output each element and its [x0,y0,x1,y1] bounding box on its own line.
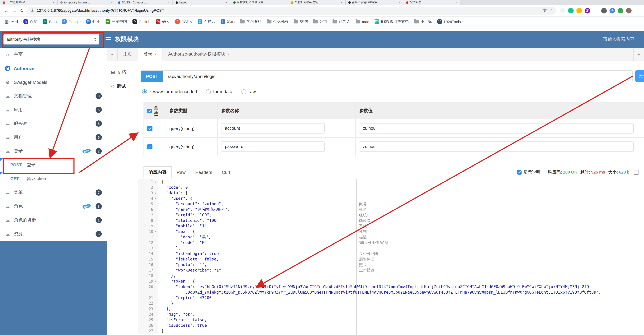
bookmark-csdn[interactable]: CCSDN [175,19,192,24]
bookmark-company[interactable]: 公司 [314,19,327,24]
sidebar-item-service[interactable]: 服务表6 [0,116,106,130]
browser-tab[interactable]: 图解如何参与这场...× [288,0,346,5]
sidebar-item-doc-manage[interactable]: 文档管理3 [0,89,106,103]
address-bar[interactable]: ⓘ 127.0.0.1:8760/api/gate/doc.html#/auth… [27,6,556,15]
bookmark-apps[interactable]: ▦应用 [5,19,18,24]
page-info-icon[interactable]: ⓘ [31,8,34,13]
bookmark-imported[interactable]: 已导入 [333,19,350,24]
content-type-x-www-form-urlencoded[interactable]: x-www-form-urlencoded [142,89,197,94]
sidebar-item-role[interactable]: 角色NEW8 [0,200,106,213]
tab-close-icon[interactable]: × [168,1,170,4]
request-url-input[interactable]: POST /api/authority/anno/login [141,70,632,82]
adblock-shield-icon[interactable] [601,8,607,13]
bookmark-study[interactable]: 学习资料 [240,19,262,24]
fullscreen-icon[interactable] [634,170,638,174]
bookmark-github[interactable]: GGitHub [132,19,150,24]
bookmark-bing[interactable]: bBing [43,19,57,24]
tab-close-icon[interactable]: × [227,52,230,56]
param-name-input-account[interactable] [221,123,324,134]
browser-tab[interactable]: temporary-interna...× [58,0,115,5]
sidebar-item-swagger-models[interactable]: Swagger Models [0,75,106,89]
browser-tab[interactable]: SANG - Compose...× [115,0,173,5]
reload-icon[interactable]: ↻ [20,8,24,13]
tab-close-icon[interactable]: × [456,1,458,4]
fold-icon[interactable]: ▾ [153,230,158,233]
content-type-raw[interactable]: raw [241,89,256,94]
tab-close-icon[interactable]: × [283,1,285,4]
grammarly-icon[interactable] [568,8,574,13]
bookmark-tools1024[interactable]: 101024Tools [438,19,461,24]
select-all-checkbox[interactable] [147,108,152,113]
sidebar-item-login[interactable]: 登录NEW2 [0,144,106,158]
sidebar-item-get-verify-token[interactable]: GET验证token [0,172,106,186]
bookmark-mac[interactable]: mac [356,20,369,24]
param-value-input-account[interactable] [359,123,634,134]
browser-tab[interactable]: hasee× [173,0,230,5]
sidebar-item-home[interactable]: 主页 [0,48,106,62]
browser-tab[interactable]: 一个提升JAVA...× [0,0,58,5]
bookmark-wechat[interactable]: 微信 [294,19,308,24]
sidebar-item-menu[interactable]: 菜单7 [0,186,106,200]
tab-close-icon[interactable]: × [398,1,400,4]
bookmark-es-docs[interactable]: ESES搜索引擎文档 [374,19,408,24]
tab-authorize[interactable]: Authorize-authority-权限模块× [163,48,235,61]
bookmark-baidu[interactable]: 百百度 [24,19,38,24]
response-tab-body[interactable]: 响应内容 [144,166,172,178]
bookmark-oschina[interactable]: 开开源中国 [106,19,127,24]
show-desc-toggle[interactable]: 显示说明 [517,169,540,175]
tab-close-icon[interactable]: × [341,1,342,4]
show-desc-checkbox[interactable] [517,170,522,174]
checkbox-checked-icon[interactable] [147,144,152,149]
response-tab-curl[interactable]: Curl [217,167,235,177]
translate-icon[interactable]: 文 [543,8,547,13]
bookmark-notes[interactable]: 记笔记 [221,19,235,24]
tab-close-icon[interactable]: × [154,52,157,56]
tab-close-icon[interactable]: × [52,1,54,4]
sidebar-item-role-resource[interactable]: 角色的资源1 [0,213,106,227]
param-value-input-password[interactable] [359,142,634,152]
browser-tab[interactable]: 科技爱好者周刊（第...× [230,0,288,5]
checkbox-checked-icon[interactable] [147,126,152,131]
param-name-input-password[interactable] [221,142,324,152]
browser-tab[interactable]: 配图乐多...× [403,0,461,5]
sidebar-item-post-login[interactable]: POST登录 [0,158,106,172]
back-icon[interactable]: ← [4,8,8,13]
tabs-expand-button[interactable]: » [633,48,644,61]
browser-tab[interactable]: github pages绑定自...× [346,0,403,5]
hamburger-menu-icon[interactable] [106,37,111,42]
bookmark-goal[interactable]: 小目标 [414,19,432,24]
pinwheel-extension-icon[interactable] [618,8,623,13]
tab-close-icon[interactable]: × [110,1,112,4]
extension-icon-1[interactable] [560,8,565,13]
fold-icon[interactable]: ▾ [153,191,158,194]
fold-icon[interactable]: ▾ [153,180,158,183]
forward-icon[interactable]: → [12,8,16,13]
translate-extension-icon[interactable]: 译 [610,8,615,13]
json-formatter-icon[interactable]: JP [585,8,590,13]
send-button[interactable]: 发送 [636,70,644,82]
api-group-select[interactable]: authority-权限模块 [4,34,99,44]
sidebar-item-user[interactable]: 用户9 [0,130,106,144]
response-tab-raw[interactable]: Raw [172,167,190,177]
bookmark-gitee[interactable]: 码码云 [156,19,170,24]
bookmark-baiduyun[interactable]: 云百度云 [198,19,216,24]
bookmark-google[interactable]: GGoogle [62,19,81,24]
sidebar-item-authorize[interactable]: Authorize [0,62,106,75]
response-tab-headers[interactable]: Headers [190,167,217,177]
header-search-input[interactable]: 请输入搜索内容 [603,31,634,48]
subnav-item-doc[interactable]: 文档 [107,66,138,79]
extension-icon-2[interactable] [593,8,598,13]
google-keep-icon[interactable] [576,8,582,13]
tabs-collapse-button[interactable]: « [107,48,118,61]
tab-home[interactable]: 主页 [118,48,138,61]
tab-login[interactable]: 登录× [138,48,163,61]
tab-close-icon[interactable]: × [226,1,227,4]
fold-icon[interactable]: ▾ [153,280,158,283]
bookmark-star-icon[interactable]: ☆ [550,8,553,13]
content-type-form-data[interactable]: form-data [206,89,232,94]
sidebar-item-resource[interactable]: 资源6 [0,227,106,241]
bookmark-translate[interactable]: 译翻译 [86,19,100,24]
browser-menu-icon[interactable]: ⋮ [634,8,640,13]
fold-icon[interactable]: ▾ [153,197,158,200]
bookmark-everything[interactable]: 什么都有 [267,19,288,24]
